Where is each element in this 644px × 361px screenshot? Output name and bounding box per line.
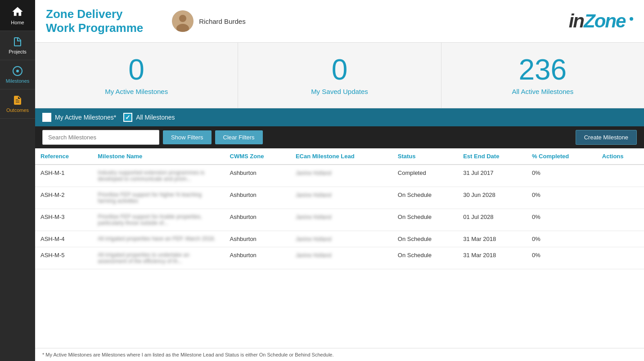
header: Zone Delivery Work Programme Richard Bur…: [35, 0, 644, 43]
stat-my-saved: 0 My Saved Updates: [238, 43, 441, 108]
sidebar-item-milestones[interactable]: Milestones: [0, 60, 35, 89]
svg-point-1: [16, 70, 19, 72]
col-header-milestone-name: Milestone Name: [92, 148, 224, 165]
toolbar: My Active Milestones* All Milestones: [35, 108, 644, 126]
cell-actions: [597, 231, 644, 247]
cell-pct-completed: 0%: [527, 209, 597, 231]
sidebar-item-outcomes[interactable]: Outcomes: [0, 89, 35, 119]
all-milestones-label: All Milestones: [136, 114, 175, 121]
search-input[interactable]: [42, 130, 159, 145]
cell-reference: ASH-M-5: [35, 247, 92, 269]
cell-pct-completed: 0%: [527, 247, 597, 269]
stat-my-active-number: 0: [128, 55, 144, 84]
cell-milestone-name: Industry supported extension programmes …: [92, 165, 224, 187]
table-row: ASH-M-4 All irrigated properties have an…: [35, 231, 644, 247]
title-line2: Work Programme: [46, 21, 143, 35]
cell-status: On Schedule: [392, 187, 458, 209]
show-filters-button[interactable]: Show Filters: [163, 130, 212, 144]
cell-ecan-lead: Janine Holland: [290, 231, 392, 247]
cell-reference: ASH-M-1: [35, 165, 92, 187]
main-content: Zone Delivery Work Programme Richard Bur…: [35, 0, 644, 361]
cell-est-end-date: 31 Mar 2018: [458, 247, 527, 269]
cell-actions: [597, 187, 644, 209]
all-milestones-checkbox[interactable]: [123, 113, 132, 122]
cell-reference: ASH-M-4: [35, 231, 92, 247]
home-icon: [11, 5, 24, 18]
milestones-table: Reference Milestone Name CWMS Zone ECan …: [35, 148, 644, 269]
cell-milestone-name: Prioritise FEP support for higher N leac…: [92, 187, 224, 209]
my-active-label: My Active Milestones*: [55, 114, 116, 121]
col-header-pct-completed: % Completed: [527, 148, 597, 165]
cell-cwms-zone: Ashburton: [225, 231, 290, 247]
sidebar-label-projects: Projects: [9, 49, 27, 54]
stat-my-active-label: My Active Milestones: [105, 88, 168, 95]
all-milestones-checkbox-group: All Milestones: [123, 113, 175, 122]
svg-point-3: [179, 15, 186, 22]
sidebar-label-milestones: Milestones: [6, 78, 30, 84]
stat-all-active-number: 236: [518, 55, 567, 84]
cell-ecan-lead: Janine Holland: [290, 165, 392, 187]
filter-row: Show Filters Clear Filters Create Milest…: [35, 126, 644, 148]
my-active-checkbox-group: My Active Milestones*: [42, 113, 116, 122]
cell-actions: [597, 165, 644, 187]
projects-icon: [12, 36, 23, 47]
table-area: My Active Milestones* All Milestones Sho…: [35, 108, 644, 361]
my-active-checkbox[interactable]: [42, 113, 51, 122]
table-header-row: Reference Milestone Name CWMS Zone ECan …: [35, 148, 644, 165]
col-header-est-end-date: Est End Date: [458, 148, 527, 165]
cell-pct-completed: 0%: [527, 231, 597, 247]
stat-my-saved-label: My Saved Updates: [311, 88, 368, 95]
cell-reference: ASH-M-2: [35, 187, 92, 209]
table-row: ASH-M-1 Industry supported extension pro…: [35, 165, 644, 187]
outcomes-icon: [12, 95, 23, 106]
cell-cwms-zone: Ashburton: [225, 209, 290, 231]
user-name: Richard Burdes: [199, 18, 245, 25]
user-info: Richard Burdes: [172, 10, 245, 32]
cell-status: On Schedule: [392, 209, 458, 231]
sidebar-item-home[interactable]: Home: [0, 0, 35, 31]
cell-status: On Schedule: [392, 247, 458, 269]
col-header-ecan-lead: ECan Milestone Lead: [290, 148, 392, 165]
logo-zone: Zone: [584, 10, 625, 31]
cell-pct-completed: 0%: [527, 165, 597, 187]
col-header-cwms-zone: CWMS Zone: [225, 148, 290, 165]
table-row: ASH-M-2 Prioritise FEP support for highe…: [35, 187, 644, 209]
sidebar: Home Projects Milestones Outcomes: [0, 0, 35, 361]
cell-pct-completed: 0%: [527, 187, 597, 209]
cell-est-end-date: 31 Mar 2018: [458, 231, 527, 247]
create-milestone-button[interactable]: Create Milestone: [576, 130, 637, 145]
logo-dot: [630, 17, 633, 21]
cell-status: On Schedule: [392, 231, 458, 247]
table-row: ASH-M-3 Prioritise FEP support for Arabl…: [35, 209, 644, 231]
table-row: ASH-M-5 All irrigated properties to unde…: [35, 247, 644, 269]
sidebar-label-outcomes: Outcomes: [6, 107, 29, 113]
inzone-logo: inZone: [569, 10, 633, 32]
logo-in: in: [569, 10, 584, 31]
cell-ecan-lead: Janine Holland: [290, 187, 392, 209]
avatar: [172, 10, 194, 32]
col-header-actions: Actions: [597, 148, 644, 165]
cell-ecan-lead: Janine Holland: [290, 209, 392, 231]
cell-milestone-name: All irrigated properties to undertake an…: [92, 247, 224, 269]
avatar-image: [172, 10, 194, 32]
stat-all-active: 236 All Active Milestones: [441, 43, 644, 108]
data-table: Reference Milestone Name CWMS Zone ECan …: [35, 148, 644, 348]
cell-status: Completed: [392, 165, 458, 187]
footnote: * My Active Milestones are Milestones wh…: [35, 348, 644, 361]
stat-my-saved-number: 0: [332, 55, 348, 84]
cell-reference: ASH-M-3: [35, 209, 92, 231]
col-header-status: Status: [392, 148, 458, 165]
cell-cwms-zone: Ashburton: [225, 187, 290, 209]
cell-est-end-date: 30 Jun 2028: [458, 187, 527, 209]
stat-my-active: 0 My Active Milestones: [35, 43, 238, 108]
cell-cwms-zone: Ashburton: [225, 247, 290, 269]
cell-milestone-name: All irrigated properties have an FEP. Ma…: [92, 231, 224, 247]
cell-est-end-date: 31 Jul 2017: [458, 165, 527, 187]
stat-all-active-label: All Active Milestones: [512, 88, 573, 95]
cell-ecan-lead: Janine Holland: [290, 247, 392, 269]
cell-actions: [597, 209, 644, 231]
cell-actions: [597, 247, 644, 269]
cell-cwms-zone: Ashburton: [225, 165, 290, 187]
clear-filters-button[interactable]: Clear Filters: [215, 130, 263, 144]
sidebar-item-projects[interactable]: Projects: [0, 31, 35, 60]
